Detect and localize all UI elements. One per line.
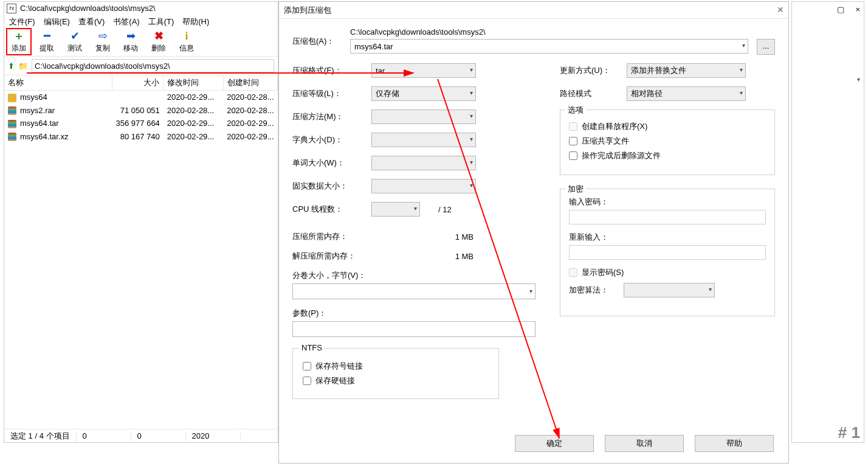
toolbar-delete[interactable]: ✖ 删除 [148, 30, 170, 54]
help-button[interactable]: 帮助 [695, 435, 774, 452]
toolbar-extract[interactable]: ━ 提取 [36, 30, 58, 54]
path-input[interactable] [32, 59, 274, 72]
chk-symlink-box[interactable] [303, 362, 311, 370]
table-row[interactable]: msys64.tar.xz80 167 7402020-02-29...2020… [4, 130, 278, 144]
label-level: 压缩等级(L)： [292, 88, 371, 99]
table-row[interactable]: msys642020-02-29...2020-02-28... [4, 91, 278, 104]
chevron-down-icon: ▾ [470, 182, 473, 189]
menu-edit[interactable]: 编辑(E) [44, 16, 70, 27]
chk-share-box[interactable] [569, 137, 577, 145]
label-method: 压缩方法(M)： [292, 111, 371, 122]
status-c1: 0 [77, 431, 131, 440]
chk-sfx-label: 创建自释放程序(X) [582, 121, 647, 132]
label-update: 更新方式(U)： [560, 65, 627, 76]
menu-tools[interactable]: 工具(T) [148, 16, 174, 27]
fm-titlebar: 7z C:\local\vcpkg\downloads\tools\msys2\ [4, 2, 278, 15]
encmethod-combo: ▾ [624, 283, 715, 297]
chk-hardlink-box[interactable] [303, 377, 311, 385]
file-manager-window: 7z C:\local\vcpkg\downloads\tools\msys2\… [4, 1, 278, 443]
browse-button[interactable]: ... [757, 39, 775, 55]
up-icon[interactable]: ⬆ [8, 61, 15, 71]
ntfs-group: NTFS 保存符号链接 保存硬链接 [292, 348, 499, 399]
chk-symlink[interactable]: 保存符号链接 [303, 361, 489, 372]
ok-button[interactable]: 确定 [515, 435, 594, 452]
params-input[interactable] [292, 321, 536, 337]
toolbar-info[interactable]: i 信息 [176, 30, 198, 54]
status-selection: 选定 1 / 4 个项目 [4, 431, 77, 442]
level-combo[interactable]: 仅存储▾ [371, 86, 476, 101]
fm-pathbar: ⬆ 📁 [4, 57, 278, 75]
chevron-down-icon: ▾ [529, 288, 532, 294]
col-size[interactable]: 大小 [112, 75, 164, 91]
cancel-button[interactable]: 取消 [605, 435, 684, 452]
menu-help[interactable]: 帮助(H) [182, 16, 209, 27]
table-row[interactable]: msys64.tar356 977 6642020-02-29...2020-0… [4, 117, 278, 130]
dict-combo[interactable]: ▾ [371, 133, 476, 147]
bg-close-icon[interactable]: × [855, 5, 860, 14]
dialog-titlebar: 添加到压缩包 × [279, 2, 788, 19]
toolbar-copy[interactable]: ⇨ 复制 [92, 30, 114, 54]
info-icon: i [176, 30, 198, 42]
extract-icon: ━ [36, 30, 58, 42]
menu-file[interactable]: 文件(F) [9, 16, 35, 27]
label-format: 压缩格式(F)： [292, 65, 371, 76]
memd-value: 1 MB [371, 252, 476, 261]
status-bar: 选定 1 / 4 个项目 0 0 2020 [4, 429, 278, 442]
label-word: 单词大小(W)： [292, 158, 371, 168]
toolbar-add[interactable]: ＋ 添加 [8, 30, 30, 54]
update-value: 添加并替换文件 [631, 65, 686, 76]
chk-delsrc[interactable]: 操作完成后删除源文件 [569, 150, 766, 161]
method-combo[interactable]: ▾ [371, 109, 476, 124]
fm-title-text: C:\local\vcpkg\downloads\tools\msys2\ [20, 2, 156, 15]
threads-max: / 12 [438, 205, 452, 214]
chk-delsrc-box[interactable] [569, 151, 577, 160]
chk-sfx: 创建自释放程序(X) [569, 121, 766, 132]
col-ctime[interactable]: 创建时间 [223, 75, 277, 91]
pathmode-combo[interactable]: 相对路径▾ [627, 86, 746, 101]
table-row[interactable]: msys2.rar71 050 0512020-02-28...2020-02-… [4, 104, 278, 117]
chk-share[interactable]: 压缩共享文件 [569, 136, 766, 147]
threads-combo[interactable]: ▾ [371, 202, 420, 217]
chk-hardlink-label: 保存硬链接 [315, 375, 355, 386]
delete-icon: ✖ [148, 30, 170, 42]
move-icon: ➡ [120, 30, 142, 42]
chevron-down-icon: ▾ [709, 286, 712, 293]
chk-delsrc-label: 操作完成后删除源文件 [582, 150, 661, 161]
archive-icon [8, 120, 16, 128]
copy-icon: ⇨ [92, 30, 114, 42]
word-combo[interactable]: ▾ [371, 156, 476, 170]
label-threads: CPU 线程数： [292, 204, 371, 215]
label-dict: 字典大小(D)： [292, 134, 371, 145]
background-window: ▢ × ▾ # 1 [791, 1, 864, 443]
label-split: 分卷大小，字节(V)： [292, 270, 536, 281]
chk-hardlink[interactable]: 保存硬链接 [303, 375, 489, 386]
col-name[interactable]: 名称 [4, 75, 112, 91]
password-confirm-input [569, 245, 766, 260]
col-mtime[interactable]: 修改时间 [164, 75, 223, 91]
toolbar-move-label: 移动 [120, 43, 142, 54]
toolbar-move[interactable]: ➡ 移动 [120, 30, 142, 54]
close-icon[interactable]: × [777, 4, 784, 16]
menu-view[interactable]: 查看(V) [78, 16, 105, 27]
menu-bookmark[interactable]: 书签(A) [113, 16, 139, 27]
split-combo[interactable]: ▾ [292, 283, 536, 299]
fm-menu: 文件(F) 编辑(E) 查看(V) 书签(A) 工具(T) 帮助(H) [4, 15, 278, 29]
dialog-buttons: 确定 取消 帮助 [515, 435, 774, 452]
bg-minimize-icon[interactable]: ▢ [837, 5, 844, 14]
label-pw2: 重新输入： [569, 232, 766, 243]
solid-combo[interactable]: ▾ [371, 179, 476, 193]
chevron-down-icon: ▾ [470, 113, 473, 119]
archive-name-value: msys64.tar [354, 42, 393, 51]
archive-name-combo[interactable]: msys64.tar ▾ [350, 39, 748, 54]
toolbar-delete-label: 删除 [148, 43, 170, 54]
enc-title: 加密 [565, 184, 586, 195]
label-memd: 解压缩所需内存： [292, 251, 371, 262]
toolbar-test[interactable]: ✔ 测试 [64, 30, 86, 54]
toolbar-add-label: 添加 [8, 43, 30, 54]
bg-chevron-down-icon[interactable]: ▾ [857, 76, 860, 83]
archive-icon [8, 106, 16, 115]
toolbar-test-label: 测试 [64, 43, 86, 54]
update-combo[interactable]: 添加并替换文件▾ [627, 63, 746, 78]
dialog-title: 添加到压缩包 [284, 5, 331, 16]
format-combo[interactable]: tar▾ [371, 63, 476, 78]
